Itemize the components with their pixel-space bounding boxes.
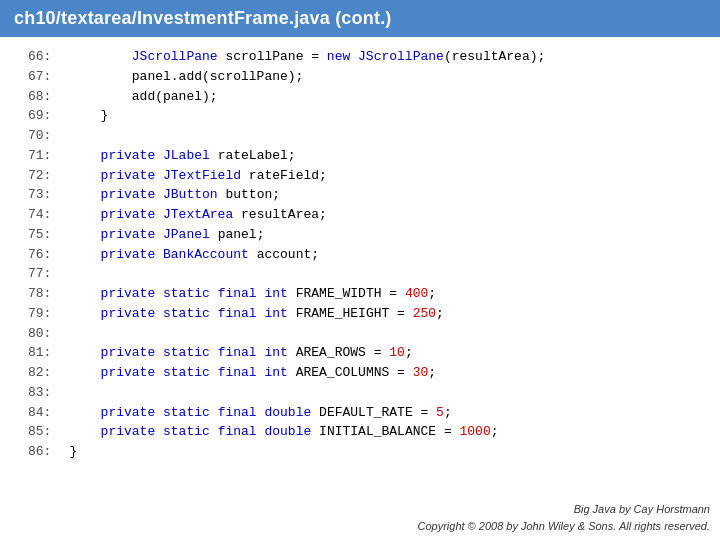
line-code (69, 383, 706, 403)
line-number: 69: (14, 106, 69, 126)
line-code: } (69, 106, 706, 126)
line-number: 84: (14, 403, 69, 423)
line-number: 85: (14, 422, 69, 442)
page-title: ch10/textarea/InvestmentFrame.java (cont… (14, 8, 392, 28)
code-table: 66: JScrollPane scrollPane = new JScroll… (14, 47, 706, 462)
table-row: 72: private JTextField rateField; (14, 166, 706, 186)
line-code: JScrollPane scrollPane = new JScrollPane… (69, 47, 706, 67)
line-number: 83: (14, 383, 69, 403)
table-row: 81: private static final int AREA_ROWS =… (14, 343, 706, 363)
table-row: 86:} (14, 442, 706, 462)
line-number: 74: (14, 205, 69, 225)
line-number: 86: (14, 442, 69, 462)
table-row: 82: private static final int AREA_COLUMN… (14, 363, 706, 383)
line-code: private static final double INITIAL_BALA… (69, 422, 706, 442)
footer-line2: Copyright © 2008 by John Wiley & Sons. A… (417, 518, 710, 535)
line-number: 79: (14, 304, 69, 324)
line-code: private JTextArea resultArea; (69, 205, 706, 225)
line-number: 66: (14, 47, 69, 67)
line-number: 68: (14, 87, 69, 107)
line-code: } (69, 442, 706, 462)
table-row: 70: (14, 126, 706, 146)
table-row: 73: private JButton button; (14, 185, 706, 205)
table-row: 69: } (14, 106, 706, 126)
line-code: private static final int FRAME_WIDTH = 4… (69, 284, 706, 304)
table-row: 80: (14, 324, 706, 344)
line-number: 82: (14, 363, 69, 383)
table-row: 77: (14, 264, 706, 284)
line-number: 71: (14, 146, 69, 166)
line-code: private BankAccount account; (69, 245, 706, 265)
line-number: 78: (14, 284, 69, 304)
table-row: 83: (14, 383, 706, 403)
line-number: 70: (14, 126, 69, 146)
table-row: 85: private static final double INITIAL_… (14, 422, 706, 442)
line-number: 73: (14, 185, 69, 205)
line-code: private static final int AREA_COLUMNS = … (69, 363, 706, 383)
line-code (69, 126, 706, 146)
footer: Big Java by Cay Horstmann Copyright © 20… (417, 501, 710, 534)
table-row: 78: private static final int FRAME_WIDTH… (14, 284, 706, 304)
line-code: add(panel); (69, 87, 706, 107)
line-code: private static final double DEFAULT_RATE… (69, 403, 706, 423)
table-row: 66: JScrollPane scrollPane = new JScroll… (14, 47, 706, 67)
line-code: private JLabel rateLabel; (69, 146, 706, 166)
table-row: 79: private static final int FRAME_HEIGH… (14, 304, 706, 324)
line-code: private JButton button; (69, 185, 706, 205)
line-code: private JPanel panel; (69, 225, 706, 245)
line-number: 75: (14, 225, 69, 245)
table-row: 67: panel.add(scrollPane); (14, 67, 706, 87)
code-area: 66: JScrollPane scrollPane = new JScroll… (0, 37, 720, 472)
table-row: 74: private JTextArea resultArea; (14, 205, 706, 225)
line-code: private static final int FRAME_HEIGHT = … (69, 304, 706, 324)
table-row: 71: private JLabel rateLabel; (14, 146, 706, 166)
line-number: 80: (14, 324, 69, 344)
table-row: 84: private static final double DEFAULT_… (14, 403, 706, 423)
table-row: 75: private JPanel panel; (14, 225, 706, 245)
table-row: 76: private BankAccount account; (14, 245, 706, 265)
line-number: 81: (14, 343, 69, 363)
line-code: panel.add(scrollPane); (69, 67, 706, 87)
footer-line1: Big Java by Cay Horstmann (417, 501, 710, 518)
line-code: private JTextField rateField; (69, 166, 706, 186)
line-code (69, 264, 706, 284)
line-number: 77: (14, 264, 69, 284)
table-row: 68: add(panel); (14, 87, 706, 107)
line-number: 72: (14, 166, 69, 186)
line-code (69, 324, 706, 344)
title-bar: ch10/textarea/InvestmentFrame.java (cont… (0, 0, 720, 37)
line-code: private static final int AREA_ROWS = 10; (69, 343, 706, 363)
line-number: 76: (14, 245, 69, 265)
line-number: 67: (14, 67, 69, 87)
